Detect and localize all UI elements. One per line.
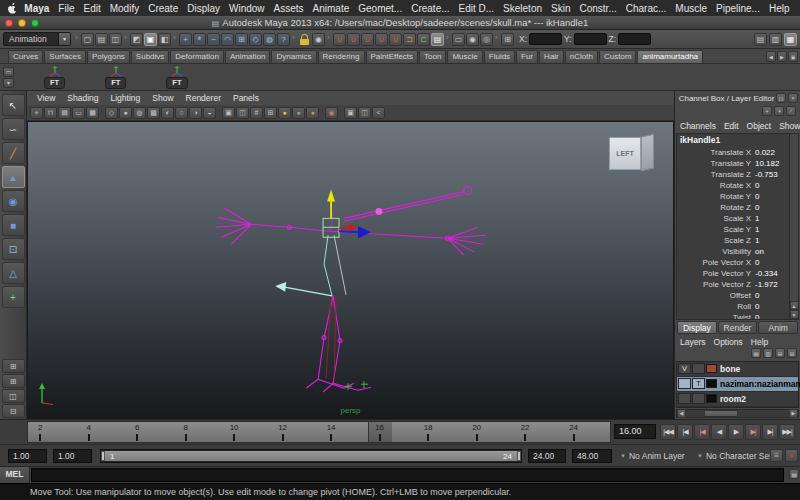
- menubar-item[interactable]: File: [54, 3, 79, 14]
- snap-to-points-icon[interactable]: ∪: [361, 33, 374, 46]
- playback-end-field[interactable]: 24.00: [528, 449, 566, 463]
- image-plane-icon[interactable]: ▦: [86, 107, 99, 119]
- animation-start-field[interactable]: 1.00: [8, 449, 47, 463]
- group-divider-icon[interactable]: [74, 32, 80, 47]
- x-coordinate-field[interactable]: [529, 33, 562, 45]
- step-forward-frame-button[interactable]: ▶|: [762, 424, 778, 440]
- scroll-up-icon[interactable]: ▲: [790, 301, 799, 310]
- layout-four-pane-button[interactable]: ⊞: [2, 374, 25, 388]
- layer-editor-tab[interactable]: Anim: [758, 321, 798, 334]
- scrollbar-thumb[interactable]: [704, 410, 738, 417]
- channel-value-field[interactable]: 0: [751, 203, 788, 212]
- shelf-tab[interactable]: Subdivs: [131, 50, 169, 63]
- group-divider-icon[interactable]: [494, 32, 500, 47]
- shelf-tab[interactable]: Muscle: [447, 50, 482, 63]
- camera-attributes-icon[interactable]: ▤: [58, 107, 71, 119]
- layer-row[interactable]: V bone: [677, 362, 798, 377]
- character-set-dropdown[interactable]: ▼ No Character Set: [697, 449, 772, 463]
- step-forward-key-button[interactable]: ▶|: [745, 424, 761, 440]
- render-current-frame-icon[interactable]: ◉: [466, 33, 479, 46]
- shelf-tab[interactable]: Fluids: [484, 50, 515, 63]
- snap-to-curves-icon[interactable]: ∪: [347, 33, 360, 46]
- select-tool[interactable]: ↖: [2, 94, 25, 116]
- menubar-item[interactable]: Constr...: [575, 3, 621, 14]
- menubar-item[interactable]: Skin: [547, 3, 575, 14]
- panel-menu-item[interactable]: Renderer: [180, 93, 227, 103]
- apple-menu-icon[interactable]: [6, 2, 20, 14]
- channel-value-field[interactable]: -0.753: [751, 170, 788, 179]
- shelf-tabs-menu-icon[interactable]: ▾: [3, 78, 14, 88]
- manipulator-mode-icon[interactable]: +: [762, 106, 772, 116]
- group-divider-icon[interactable]: [445, 32, 451, 47]
- move-tool[interactable]: ▲: [2, 166, 25, 188]
- wireframe-on-shaded-icon[interactable]: ◍: [133, 107, 146, 119]
- mask-handles-icon[interactable]: +: [179, 33, 192, 46]
- layer-sort-icon[interactable]: ▤: [751, 348, 761, 358]
- group-divider-icon[interactable]: [172, 32, 178, 47]
- channel-row[interactable]: Rotate Y 0: [677, 191, 788, 202]
- select-by-component-icon[interactable]: ◧: [158, 33, 171, 46]
- channel-row[interactable]: Rotate Z 0: [677, 202, 788, 213]
- layer-color-swatch[interactable]: [706, 379, 717, 388]
- bookmark-icon[interactable]: ▭: [72, 107, 85, 119]
- wireframe-icon[interactable]: ◇: [105, 107, 118, 119]
- layer-display-type-toggle[interactable]: [692, 393, 705, 404]
- channel-box-menu-item[interactable]: Edit: [720, 121, 743, 131]
- gamma-icon[interactable]: ▣: [344, 107, 357, 119]
- channel-row[interactable]: Scale Z 1: [677, 235, 788, 246]
- select-by-object-icon[interactable]: ▣: [144, 33, 157, 46]
- shelf-tab[interactable]: nCloth: [565, 50, 598, 63]
- layout-hypershade-button[interactable]: ⊟: [2, 404, 25, 418]
- viewport-canvas[interactable]: LEFT persp: [27, 121, 674, 419]
- playback-start-field[interactable]: 1.00: [53, 449, 92, 463]
- channel-value-field[interactable]: 1: [751, 225, 788, 234]
- shelf-tab-scroll-right-icon[interactable]: ▶: [777, 51, 787, 62]
- channel-value-field[interactable]: -1.972: [751, 280, 788, 289]
- scroll-left-icon[interactable]: ◀: [677, 409, 686, 418]
- channel-row[interactable]: Pole Vector Y -0.334: [677, 268, 788, 279]
- menubar-item[interactable]: Skeleton: [499, 3, 547, 14]
- script-editor-icon[interactable]: ▤: [789, 469, 799, 479]
- open-scene-icon[interactable]: ▤: [95, 33, 108, 46]
- menubar-item[interactable]: Charac...: [621, 3, 671, 14]
- layer-visibility-toggle[interactable]: [678, 378, 691, 389]
- channel-row[interactable]: Translate Z -0.753: [677, 169, 788, 180]
- paint-select-tool[interactable]: ╱: [2, 142, 25, 164]
- go-to-playback-start-button[interactable]: |◀◀: [660, 424, 676, 440]
- panel-menu-item[interactable]: Panels: [227, 93, 265, 103]
- command-line-language-button[interactable]: MEL: [0, 467, 30, 483]
- shelf-tab-scroll-left-icon[interactable]: ◀: [766, 51, 776, 62]
- construction-history-icon[interactable]: ▤: [431, 33, 444, 46]
- speed-mode-icon[interactable]: ◑: [774, 106, 784, 116]
- shelf-tab[interactable]: Dynamics: [271, 50, 316, 63]
- menubar-item[interactable]: Edit: [79, 3, 105, 14]
- shelf-tab[interactable]: Hair: [539, 50, 564, 63]
- ipr-render-icon[interactable]: ◎: [480, 33, 493, 46]
- lock-camera-icon[interactable]: ⊓: [44, 107, 57, 119]
- layer-editor-tab[interactable]: Render: [718, 321, 758, 334]
- view-cube-side-face[interactable]: [641, 134, 654, 172]
- channel-row[interactable]: Pole Vector Z -1.972: [677, 279, 788, 290]
- range-slider-track[interactable]: 1 24: [100, 449, 522, 463]
- output-connections-icon[interactable]: ⊏: [417, 33, 430, 46]
- channel-value-field[interactable]: 0: [751, 302, 788, 311]
- layer-visibility-toggle[interactable]: [678, 393, 691, 404]
- range-handle-right[interactable]: [517, 451, 521, 461]
- scale-tool[interactable]: ■: [2, 214, 25, 236]
- layer-sort-reverse-icon[interactable]: ▥: [763, 348, 773, 358]
- layer-display-type-toggle[interactable]: [692, 363, 705, 374]
- mask-joints-icon[interactable]: ⌖: [193, 33, 206, 46]
- isolate-select-icon[interactable]: ▣: [222, 107, 235, 119]
- show-channel-box-icon[interactable]: ▦: [784, 33, 797, 46]
- shelf-editor-icon[interactable]: ▣: [788, 51, 798, 62]
- mask-misc-icon[interactable]: ?: [277, 33, 290, 46]
- step-back-key-button[interactable]: |◀: [694, 424, 710, 440]
- menu-set-selector[interactable]: Animation ▾: [3, 32, 71, 46]
- channel-value-field[interactable]: 10.182: [751, 159, 788, 168]
- layer-editor-menu-item[interactable]: Help: [747, 337, 772, 347]
- shelf-tab[interactable]: Polygons: [87, 50, 130, 63]
- skeleton-wireframe[interactable]: [215, 187, 485, 393]
- anim-layer-dropdown[interactable]: ▼ No Anim Layer: [620, 449, 685, 463]
- mask-dynamics-icon[interactable]: ◇: [249, 33, 262, 46]
- layout-single-pane-button[interactable]: ⊞: [2, 359, 25, 373]
